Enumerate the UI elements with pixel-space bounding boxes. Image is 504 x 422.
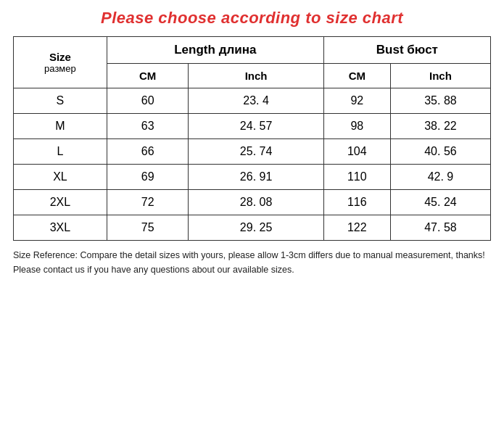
length-cm-cell: 72: [107, 190, 189, 215]
bust-inch-cell: 38. 22: [390, 114, 490, 139]
length-inch-cell: 26. 91: [189, 165, 323, 190]
bust-cm-cell: 92: [323, 88, 390, 114]
size-cell: XL: [14, 165, 107, 190]
bust-cm-header: CM: [323, 64, 390, 88]
bust-inch-cell: 42. 9: [390, 165, 490, 190]
bust-inch-cell: 47. 58: [390, 215, 490, 241]
bust-inch-cell: 45. 24: [390, 190, 490, 215]
footnote-section: Size Reference: Compare the detail sizes…: [13, 248, 491, 277]
size-cell: M: [14, 114, 107, 139]
bust-cm-cell: 110: [323, 165, 390, 190]
bust-inch-header: Inch: [390, 64, 490, 88]
size-cell: L: [14, 139, 107, 165]
length-inch-header: Inch: [189, 64, 323, 88]
length-cm-header: CM: [107, 64, 189, 88]
length-inch-cell: 23. 4: [189, 88, 323, 114]
length-cm-cell: 63: [107, 114, 189, 139]
table-row: L 66 25. 74 104 40. 56: [14, 139, 491, 165]
size-header: Size размер: [14, 37, 107, 88]
table-row: 3XL 75 29. 25 122 47. 58: [14, 215, 491, 241]
size-chart-table: Size размер Length длина Bust бюст CM In…: [13, 36, 491, 241]
size-cell: 3XL: [14, 215, 107, 241]
bust-group-header: Bust бюст: [323, 37, 490, 64]
table-row: S 60 23. 4 92 35. 88: [14, 88, 491, 114]
bust-inch-cell: 35. 88: [390, 88, 490, 114]
length-cm-cell: 75: [107, 215, 189, 241]
size-cell: S: [14, 88, 107, 114]
table-row: 2XL 72 28. 08 116 45. 24: [14, 190, 491, 215]
bust-cm-cell: 122: [323, 215, 390, 241]
table-row: XL 69 26. 91 110 42. 9: [14, 165, 491, 190]
bust-cm-cell: 104: [323, 139, 390, 165]
length-cm-cell: 69: [107, 165, 189, 190]
size-cell: 2XL: [14, 190, 107, 215]
bust-inch-cell: 40. 56: [390, 139, 490, 165]
length-inch-cell: 28. 08: [189, 190, 323, 215]
length-cm-cell: 66: [107, 139, 189, 165]
bust-cm-cell: 98: [323, 114, 390, 139]
length-group-header: Length длина: [107, 37, 323, 64]
length-inch-cell: 25. 74: [189, 139, 323, 165]
table-row: M 63 24. 57 98 38. 22: [14, 114, 491, 139]
length-inch-cell: 24. 57: [189, 114, 323, 139]
length-cm-cell: 60: [107, 88, 189, 114]
footnote-2: Please contact us if you have any questi…: [13, 262, 491, 277]
bust-cm-cell: 116: [323, 190, 390, 215]
footnote-1: Size Reference: Compare the detail sizes…: [13, 248, 491, 262]
page-title: Please choose according to size chart: [13, 9, 491, 28]
length-inch-cell: 29. 25: [189, 215, 323, 241]
